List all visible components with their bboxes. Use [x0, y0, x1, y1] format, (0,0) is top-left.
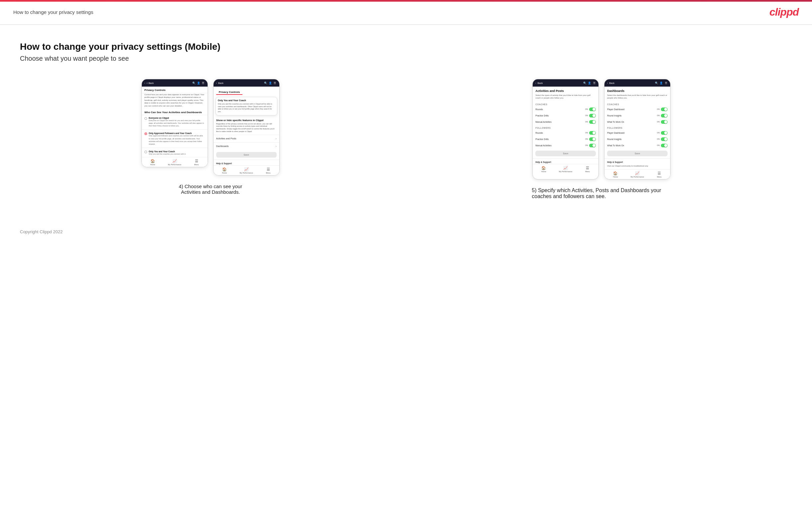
screenshot-group-3-4: ‹ Back 🔍 👤 ☰ Activities and Posts Select… — [411, 79, 793, 200]
coach-practice-toggle[interactable] — [589, 114, 596, 117]
bottom-nav-2: 🏠 Home 📈 My Performance ☰ Menu — [213, 165, 279, 175]
phone-mockup-4: ‹ Back 🔍 👤 ☰ Dashboards Select the dashb… — [604, 79, 670, 179]
coach-rounds-label: Rounds — [536, 108, 543, 111]
phone-mockup-1: ‹ < Back 🔍 👤 ☰ Privacy Controls Control … — [142, 79, 208, 167]
coach-what-to-work-on-toggle[interactable] — [661, 120, 667, 124]
coach-player-dashboard-toggle[interactable] — [661, 108, 667, 111]
coach-rounds-toggle[interactable] — [589, 108, 596, 111]
option-only-you[interactable]: Only You and Your Coach Only you and the… — [142, 149, 208, 157]
option-only-you-text: Only You and Your Coach Only you and the… — [149, 150, 186, 155]
settings-icon-3[interactable]: ☰ — [593, 81, 596, 84]
coach-practice-label: Practice Drills — [536, 114, 549, 117]
nav-performance-3[interactable]: 📈 My Performance — [555, 166, 576, 173]
followers-header-4: FOLLOWERS — [604, 125, 670, 130]
nav-performance-1[interactable]: 📈 My Performance — [164, 159, 186, 166]
back-button-2[interactable]: ‹ Back — [216, 82, 223, 84]
privacy-controls-tab[interactable]: Privacy Controls — [216, 89, 243, 95]
follower-what-to-work-on-toggle[interactable] — [661, 144, 667, 147]
show-hide-title: Show or hide specific features in Clippd — [213, 117, 279, 123]
search-icon-3[interactable]: 🔍 — [583, 81, 587, 84]
dashboards-desc: Select the dashboards that you'd like to… — [604, 94, 670, 102]
main-content: How to change your privacy settings (Mob… — [0, 25, 812, 219]
who-can-see-title: Who Can See Your Activities and Dashboar… — [142, 109, 208, 115]
footer: Copyright Clippd 2022 — [0, 219, 812, 244]
phone-body-4: Dashboards Select the dashboards that yo… — [604, 87, 670, 169]
bottom-nav-4: 🏠 Home 📈 My Performance ☰ Menu — [604, 169, 670, 179]
phone-topbar-2: ‹ Back 🔍 👤 ☰ — [213, 79, 279, 87]
radio-everyone[interactable] — [145, 117, 147, 120]
topbar-icons-2: 🔍 👤 ☰ — [264, 81, 276, 84]
search-icon-4[interactable]: 🔍 — [655, 81, 658, 84]
option-approved[interactable]: Only Approved Followers and Your Coach O… — [142, 130, 208, 147]
follower-round-insights-label: Round Insights — [607, 138, 621, 140]
save-button-4[interactable]: Save — [607, 151, 667, 156]
bottom-nav-3: 🏠 Home 📈 My Performance ☰ Menu — [533, 164, 599, 174]
follower-player-dashboard-toggle[interactable] — [661, 131, 667, 135]
nav-menu-2[interactable]: ☰ Menu — [257, 167, 279, 174]
coach-manual-label: Manual Activities — [536, 121, 551, 123]
settings-icon[interactable]: ☰ — [202, 81, 205, 84]
back-button-3[interactable]: ‹ Back — [536, 82, 543, 84]
follower-practice-row: Practice Drills ON — [533, 136, 599, 143]
step5-caption: 5) Specify which Activities, Posts and D… — [532, 187, 671, 200]
radio-only-you[interactable] — [145, 151, 147, 153]
follower-practice-toggle[interactable] — [589, 137, 596, 141]
nav-performance-2[interactable]: 📈 My Performance — [236, 167, 257, 174]
people-icon-3[interactable]: 👤 — [588, 81, 591, 84]
coach-round-insights-row: Round Insights ON — [604, 112, 670, 119]
follower-manual-label: Manual Activities — [536, 144, 551, 147]
people-icon-4[interactable]: 👤 — [660, 81, 663, 84]
nav-home-4[interactable]: 🏠 Home — [604, 171, 626, 178]
activities-posts-title: Activities and Posts — [533, 87, 599, 94]
popup-only-you-coach: Only You and Your Coach Only you and the… — [215, 97, 277, 115]
settings-icon-4[interactable]: ☰ — [664, 81, 667, 84]
follower-player-dashboard-label: Player Dashboard — [607, 132, 624, 134]
nav-home-1[interactable]: 🏠 Home — [142, 159, 164, 166]
topbar-icons-1: 🔍 👤 ☰ — [192, 81, 205, 84]
back-button-1[interactable]: ‹ < Back — [145, 82, 154, 84]
screenshot-group-1-2: ‹ < Back 🔍 👤 ☰ Privacy Controls Control … — [20, 79, 401, 195]
dashboards-row[interactable]: Dashboards › — [213, 143, 279, 150]
search-icon-2[interactable]: 🔍 — [264, 81, 267, 84]
phone-topbar-1: ‹ < Back 🔍 👤 ☰ — [142, 79, 208, 87]
nav-menu-1[interactable]: ☰ Menu — [186, 159, 208, 166]
followers-header-3: FOLLOWERS — [533, 125, 599, 130]
topbar-icons-3: 🔍 👤 ☰ — [583, 81, 596, 84]
coaches-header-3: COACHES — [533, 102, 599, 106]
save-button-2[interactable]: Save — [216, 152, 276, 158]
nav-menu-4[interactable]: ☰ Menu — [648, 171, 670, 178]
option-everyone[interactable]: Everyone on Clippd Everyone on Clippd ca… — [142, 115, 208, 129]
people-icon-2[interactable]: 👤 — [269, 81, 272, 84]
help-support-4: Help & Support — [604, 159, 670, 164]
coach-round-insights-toggle[interactable] — [661, 114, 667, 117]
breadcrumb-title: How to change your privacy settings — [13, 9, 93, 15]
coach-round-insights-label: Round Insights — [607, 114, 621, 117]
follower-rounds-toggle[interactable] — [589, 131, 596, 135]
follower-manual-toggle[interactable] — [589, 144, 596, 147]
settings-icon-2[interactable]: ☰ — [273, 81, 276, 84]
people-icon[interactable]: 👤 — [197, 81, 200, 84]
privacy-controls-label: Privacy Controls — [142, 87, 208, 93]
activities-posts-row[interactable]: Activities and Posts › — [213, 135, 279, 143]
follower-rounds-row: Rounds ON — [533, 130, 599, 136]
nav-home-2[interactable]: 🏠 Home — [213, 167, 236, 174]
coach-player-dashboard-label: Player Dashboard — [607, 108, 624, 111]
popup-text: Only you and the coaches you connect wit… — [218, 103, 275, 113]
back-button-4[interactable]: ‹ Back — [607, 82, 614, 84]
search-icon[interactable]: 🔍 — [192, 81, 196, 84]
help-desc-4: Visit our Clippd community to troublesho… — [604, 164, 670, 169]
dashboards-title: Dashboards — [604, 87, 670, 94]
option-approved-text: Only Approved Followers and Your Coach O… — [149, 132, 205, 145]
phone-topbar-4: ‹ Back 🔍 👤 ☰ — [604, 79, 670, 87]
nav-menu-3[interactable]: ☰ Menu — [576, 166, 599, 173]
save-button-3[interactable]: Save — [536, 151, 596, 156]
coaches-header-4: COACHES — [604, 102, 670, 106]
coach-practice-row: Practice Drills ON — [533, 112, 599, 119]
nav-home-3[interactable]: 🏠 Home — [533, 166, 555, 173]
nav-performance-4[interactable]: 📈 My Performance — [626, 171, 648, 178]
phone-body-2: Privacy Controls Only You and Your Coach… — [213, 87, 279, 165]
radio-approved[interactable] — [145, 132, 147, 135]
follower-round-insights-toggle[interactable] — [661, 137, 667, 141]
coach-manual-toggle[interactable] — [589, 120, 596, 124]
follower-what-to-work-on-label: What To Work On — [607, 144, 624, 147]
